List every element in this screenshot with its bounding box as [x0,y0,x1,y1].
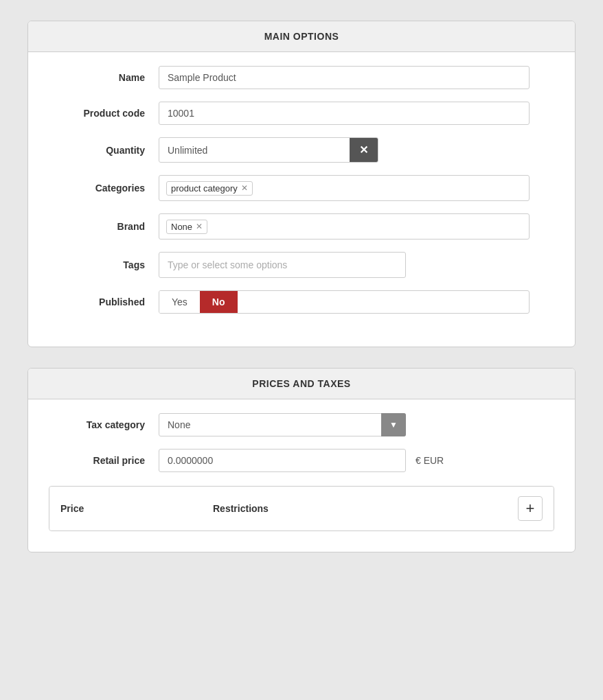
prices-taxes-title: PRICES AND TAXES [252,378,350,389]
published-control: Yes No [159,290,530,314]
quantity-label: Quantity [49,145,159,156]
categories-control: product category ✕ [159,175,530,201]
name-input[interactable] [159,66,530,89]
quantity-control: ✕ [159,137,530,163]
prices-taxes-body: Tax category None ▼ Retail price [28,399,575,552]
product-code-input[interactable] [159,102,530,125]
tax-category-row: Tax category None ▼ [49,413,554,436]
add-price-button[interactable]: + [518,496,543,521]
main-options-header: MAIN OPTIONS [28,21,575,52]
published-label: Published [49,296,159,307]
name-row: Name [49,66,554,89]
retail-price-input[interactable] [159,449,406,472]
tags-field[interactable]: Type or select some options [159,252,406,278]
plus-icon: + [526,501,535,516]
published-row: Published Yes No [49,290,554,314]
tags-label: Tags [49,259,159,270]
tags-control: Type or select some options [159,252,530,278]
prices-taxes-header: PRICES AND TAXES [28,369,575,399]
tags-row: Tags Type or select some options [49,252,554,278]
brand-control: None ✕ [159,213,530,240]
product-code-row: Product code [49,102,554,125]
main-options-card: MAIN OPTIONS Name Product code Quantity [27,21,576,347]
published-toggle: Yes No [159,290,530,314]
tax-category-label: Tax category [49,419,159,430]
tax-category-control: None ▼ [159,413,530,436]
main-options-body: Name Product code Quantity ✕ [28,52,575,347]
quantity-wrapper: ✕ [159,137,378,163]
retail-price-input-row: € EUR [159,449,530,472]
published-yes-button[interactable]: Yes [159,291,200,313]
name-label: Name [49,72,159,83]
brand-label: Brand [49,221,159,232]
tags-placeholder: Type or select some options [168,259,287,270]
quantity-row: Quantity ✕ [49,137,554,163]
brand-tag: None ✕ [166,220,207,234]
price-table-col-price: Price [60,503,213,514]
tax-category-select-wrapper: None ▼ [159,413,406,436]
category-tag-label: product category [171,183,238,194]
currency-label: € EUR [416,455,444,466]
category-tag: product category ✕ [166,181,253,196]
price-table-col-restrictions: Restrictions [213,503,518,514]
categories-field[interactable]: product category ✕ [159,175,530,201]
page-wrapper: MAIN OPTIONS Name Product code Quantity [0,14,603,580]
retail-price-control: € EUR [159,449,530,472]
name-control [159,66,530,89]
main-options-title: MAIN OPTIONS [264,31,339,42]
product-code-control [159,102,530,125]
categories-label: Categories [49,183,159,194]
quantity-clear-button[interactable]: ✕ [350,138,378,162]
price-table-header: Price Restrictions + [49,487,554,530]
tax-category-select[interactable]: None [159,413,406,436]
published-no-button[interactable]: No [200,291,238,313]
brand-tag-remove[interactable]: ✕ [196,222,203,231]
retail-price-row: Retail price € EUR [49,449,554,472]
retail-price-label: Retail price [49,455,159,466]
product-code-label: Product code [49,108,159,119]
brand-row: Brand None ✕ [49,213,554,240]
brand-field[interactable]: None ✕ [159,213,530,240]
price-table: Price Restrictions + [49,486,554,531]
prices-taxes-card: PRICES AND TAXES Tax category None ▼ [27,368,576,552]
quantity-input[interactable] [159,139,350,161]
category-tag-remove[interactable]: ✕ [241,184,248,192]
categories-row: Categories product category ✕ [49,175,554,201]
brand-tag-label: None [171,222,192,232]
